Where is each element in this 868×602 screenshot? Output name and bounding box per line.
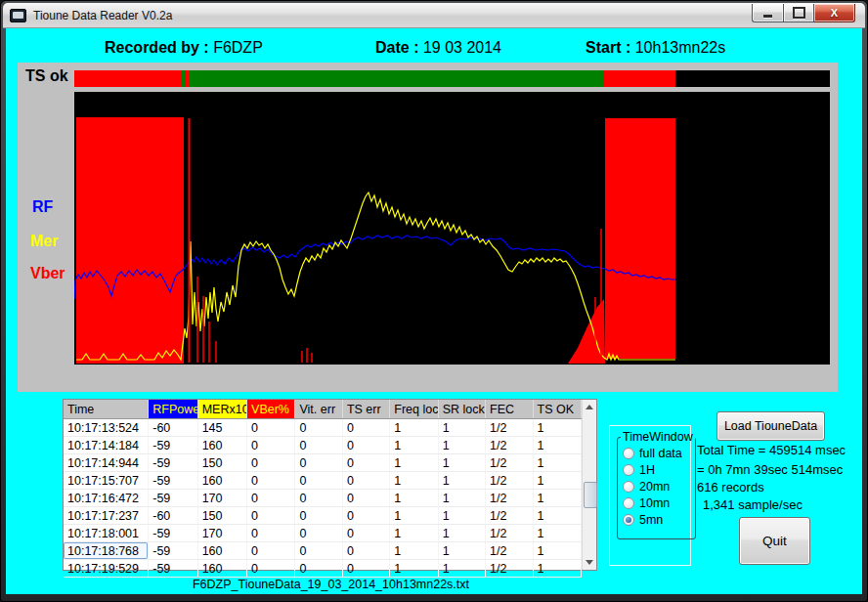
table-cell[interactable]: 150 (197, 454, 246, 472)
table-cell[interactable]: 0 (247, 507, 295, 525)
titlebar[interactable]: Tioune Data Reader V0.2a X (3, 3, 865, 28)
table-cell[interactable]: 0 (342, 507, 389, 525)
timewindow-option-full-data[interactable]: full data (623, 445, 695, 461)
table-cell[interactable]: 0 (247, 419, 295, 437)
table-cell[interactable]: 1 (533, 542, 581, 560)
table-row[interactable]: 10:17:18:001-59170000111/21 (64, 525, 582, 542)
table-row[interactable]: 10:17:19:529-59160000111/21 (64, 560, 582, 578)
table-cell[interactable]: 1 (438, 454, 485, 472)
table-cell[interactable]: 1 (438, 507, 485, 525)
table-cell[interactable]: -60 (149, 507, 197, 525)
quit-button[interactable]: Quit (739, 517, 810, 565)
table-row[interactable]: 10:17:14:184-59160000111/21 (64, 437, 582, 454)
table-cell[interactable]: -60 (149, 419, 197, 437)
table-cell[interactable]: 0 (342, 454, 389, 472)
timewindow-option-10mn[interactable]: 10mn (623, 494, 695, 511)
table-cell[interactable]: 0 (342, 472, 389, 490)
table-cell[interactable]: 10:17:15:707 (64, 472, 149, 490)
table-row[interactable]: 10:17:14:944-59150000111/21 (64, 454, 582, 472)
table-cell[interactable]: 1 (390, 560, 438, 578)
table-cell[interactable]: 1 (533, 454, 581, 472)
table-cell[interactable]: 160 (197, 560, 246, 578)
close-button[interactable]: X (814, 4, 855, 22)
table-cell[interactable]: 170 (197, 490, 246, 507)
column-header-time[interactable]: Time (64, 400, 149, 419)
table-cell[interactable]: 1 (438, 472, 485, 490)
table-cell[interactable]: 160 (197, 437, 246, 454)
table-cell[interactable]: 1/2 (486, 419, 533, 437)
table-cell[interactable]: 170 (197, 525, 246, 542)
table-cell[interactable]: 1 (438, 437, 485, 454)
timewindow-option-5mn[interactable]: 5mn (623, 511, 695, 528)
table-cell[interactable]: 10:17:18:001 (64, 525, 149, 542)
table-cell[interactable]: 10:17:19:529 (64, 560, 149, 578)
table-header-row[interactable]: TimeRFPowerMERx10VBer%Vit. errTS errFreq… (64, 400, 582, 419)
table-cell[interactable]: 1 (533, 472, 581, 490)
table-cell[interactable]: 0 (295, 437, 342, 454)
table-cell[interactable]: 1 (438, 419, 485, 437)
table-cell[interactable]: 1/2 (486, 542, 533, 560)
table-cell[interactable]: 150 (197, 507, 246, 525)
table-cell[interactable]: 160 (197, 472, 246, 490)
table-cell[interactable]: 10:17:16:472 (64, 490, 149, 507)
table-cell[interactable]: -59 (149, 560, 197, 578)
table-cell[interactable]: 0 (295, 454, 342, 472)
table-cell[interactable]: 1/2 (486, 472, 533, 490)
records-grid[interactable]: TimeRFPowerMERx10VBer%Vit. errTS errFreq… (64, 400, 582, 578)
table-cell[interactable]: 10:17:17:237 (64, 507, 149, 525)
table-row[interactable]: 10:17:16:472-59170000111/21 (64, 490, 582, 507)
table-cell[interactable]: 1/2 (486, 437, 533, 454)
column-header-ts-ok[interactable]: TS OK (533, 400, 581, 419)
table-cell[interactable]: 1 (533, 560, 581, 578)
table-cell[interactable]: 1/2 (486, 490, 533, 507)
table-cell[interactable]: 160 (197, 542, 246, 560)
radio-icon[interactable] (623, 481, 634, 493)
column-header-freq-lock[interactable]: Freq lock (390, 400, 438, 419)
radio-icon[interactable] (623, 464, 634, 476)
table-cell[interactable]: -59 (149, 437, 197, 454)
scroll-down-button[interactable] (583, 555, 596, 570)
table-cell[interactable]: 1 (533, 419, 581, 437)
column-header-sr-lock[interactable]: SR lock (438, 400, 485, 419)
table-cell[interactable]: 0 (247, 542, 295, 560)
timewindow-option-20mn[interactable]: 20mn (623, 478, 695, 494)
table-cell[interactable]: 1 (533, 507, 581, 525)
table-row[interactable]: 10:17:17:237-60150000111/21 (64, 507, 582, 525)
table-cell[interactable]: 0 (342, 419, 389, 437)
table-row[interactable]: 10:17:13:524-60145000111/21 (64, 419, 582, 437)
table-cell[interactable]: 10:17:13:524 (64, 419, 149, 437)
table-cell[interactable]: 0 (295, 560, 342, 578)
table-cell[interactable]: 1 (438, 525, 485, 542)
radio-icon[interactable] (623, 514, 634, 526)
table-cell[interactable]: 0 (295, 542, 342, 560)
radio-icon[interactable] (623, 448, 634, 459)
table-cell[interactable]: 0 (342, 437, 389, 454)
table-cell[interactable]: 0 (247, 490, 295, 507)
table-cell[interactable]: 0 (295, 507, 342, 525)
table-cell[interactable]: 10:17:14:944 (64, 454, 149, 472)
table-cell[interactable]: 0 (295, 490, 342, 507)
minimize-button[interactable] (752, 4, 783, 22)
table-cell[interactable]: 1 (438, 560, 485, 578)
scroll-up-button[interactable] (583, 400, 596, 414)
table-cell[interactable]: 0 (295, 525, 342, 542)
table-cell[interactable]: 1 (390, 542, 438, 560)
table-cell[interactable]: 0 (342, 542, 389, 560)
table-cell[interactable]: 1/2 (486, 560, 533, 578)
table-cell[interactable]: 1 (533, 490, 581, 507)
table-cell[interactable]: 0 (342, 490, 389, 507)
table-row[interactable]: 10:17:18:768-59160000111/21 (64, 542, 582, 560)
column-header-fec[interactable]: FEC (486, 400, 533, 419)
table-cell[interactable]: 1/2 (486, 525, 533, 542)
table-cell[interactable]: 0 (295, 419, 342, 437)
table-cell[interactable]: 145 (197, 419, 246, 437)
table-cell[interactable]: 1 (533, 437, 581, 454)
column-header-rfpower[interactable]: RFPower (149, 400, 197, 419)
table-cell[interactable]: -59 (149, 542, 197, 560)
table-row[interactable]: 10:17:15:707-59160000111/21 (64, 472, 582, 490)
table-cell[interactable]: -59 (149, 454, 197, 472)
table-cell[interactable]: 0 (247, 454, 295, 472)
column-header-vit-err[interactable]: Vit. err (295, 400, 342, 419)
table-cell[interactable]: 1 (390, 490, 438, 507)
table-scrollbar[interactable] (582, 400, 596, 570)
